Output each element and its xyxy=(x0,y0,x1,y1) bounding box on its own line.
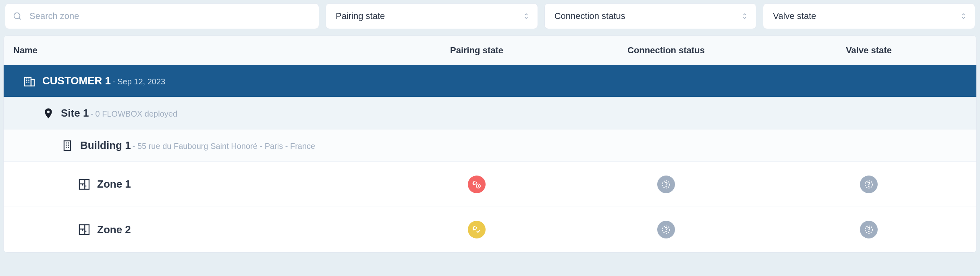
question-circle-icon xyxy=(864,225,874,234)
zone-name-cell: Zone 1 xyxy=(13,178,392,191)
customer-name-cell: CUSTOMER 1 - Sep 12, 2023 xyxy=(13,75,967,88)
svg-point-36 xyxy=(666,231,666,232)
column-header-name: Name xyxy=(13,45,392,56)
pairing-state-error-badge xyxy=(468,176,486,193)
column-header-connection-status: Connection status xyxy=(561,45,771,56)
zone-icon xyxy=(78,178,91,191)
customer-name: CUSTOMER 1 xyxy=(42,75,111,87)
zone-pairing-state-cell xyxy=(392,176,561,193)
search-icon xyxy=(13,12,22,21)
location-icon xyxy=(42,107,54,119)
svg-rect-11 xyxy=(64,141,71,151)
site-name-cell: Site 1 - 0 FLOWBOX deployed xyxy=(13,107,967,119)
site-row[interactable]: Site 1 - 0 FLOWBOX deployed xyxy=(4,97,976,130)
wrench-clock-icon xyxy=(472,180,482,189)
chevron-up-down-icon xyxy=(523,12,529,20)
pairing-state-select-label: Pairing state xyxy=(336,11,385,21)
svg-point-10 xyxy=(47,111,50,113)
pairing-state-select[interactable]: Pairing state xyxy=(326,3,538,29)
site-meta: - 0 FLOWBOX deployed xyxy=(90,109,177,119)
main-panel: Name Pairing state Connection status Val… xyxy=(3,36,977,253)
svg-rect-2 xyxy=(25,77,31,86)
building-name-cell: Building 1 - 55 rue du Faubourg Saint Ho… xyxy=(13,139,967,152)
customer-icon xyxy=(23,75,36,88)
question-circle-icon xyxy=(661,225,671,234)
pairing-state-pending-badge xyxy=(468,221,486,238)
zone-name: Zone 1 xyxy=(97,178,131,190)
zone-name-cell: Zone 2 xyxy=(13,223,392,236)
column-header-valve-state: Valve state xyxy=(771,45,967,56)
search-input-wrapper xyxy=(5,3,319,29)
zone-connection-status-cell xyxy=(561,176,771,193)
valve-state-select-label: Valve state xyxy=(773,11,816,21)
chevron-up-down-icon xyxy=(960,12,967,20)
question-circle-icon xyxy=(661,180,671,189)
question-circle-icon xyxy=(864,180,874,189)
zone-name: Zone 2 xyxy=(97,224,131,236)
chevron-up-down-icon xyxy=(741,12,748,20)
customer-date: - Sep 12, 2023 xyxy=(112,77,165,86)
zone-valve-state-cell xyxy=(771,176,967,193)
svg-point-0 xyxy=(14,13,20,19)
zone-valve-state-cell xyxy=(771,221,967,238)
svg-point-29 xyxy=(868,186,869,186)
connection-status-select[interactable]: Connection status xyxy=(544,3,757,29)
zone-icon xyxy=(78,223,91,236)
column-header-pairing-state: Pairing state xyxy=(392,45,561,56)
customer-row[interactable]: CUSTOMER 1 - Sep 12, 2023 xyxy=(4,65,976,97)
connection-unknown-badge xyxy=(657,176,675,193)
wrench-check-icon xyxy=(472,225,482,234)
site-name: Site 1 xyxy=(61,107,89,119)
valve-unknown-badge xyxy=(860,176,878,193)
connection-unknown-badge xyxy=(657,221,675,238)
zone-connection-status-cell xyxy=(561,221,771,238)
valve-state-select[interactable]: Valve state xyxy=(763,3,975,29)
building-row[interactable]: Building 1 - 55 rue du Faubourg Saint Ho… xyxy=(4,130,976,162)
building-name: Building 1 xyxy=(80,139,131,152)
zone-row[interactable]: Zone 2 xyxy=(4,207,976,252)
svg-rect-18 xyxy=(79,180,89,189)
svg-rect-30 xyxy=(79,225,89,234)
connection-status-select-label: Connection status xyxy=(554,11,625,21)
search-input[interactable] xyxy=(5,3,319,29)
svg-line-25 xyxy=(478,186,479,187)
valve-unknown-badge xyxy=(860,221,878,238)
building-meta: - 55 rue du Faubourg Saint Honoré - Pari… xyxy=(133,142,316,151)
svg-point-38 xyxy=(868,231,869,232)
zone-row[interactable]: Zone 1 xyxy=(4,162,976,207)
table-header: Name Pairing state Connection status Val… xyxy=(4,36,976,65)
svg-point-27 xyxy=(666,186,666,186)
building-icon xyxy=(61,139,74,152)
filter-bar: Pairing state Connection status Valve st… xyxy=(0,0,980,36)
svg-line-1 xyxy=(19,18,21,19)
zone-pairing-state-cell xyxy=(392,221,561,238)
svg-rect-3 xyxy=(31,79,34,86)
